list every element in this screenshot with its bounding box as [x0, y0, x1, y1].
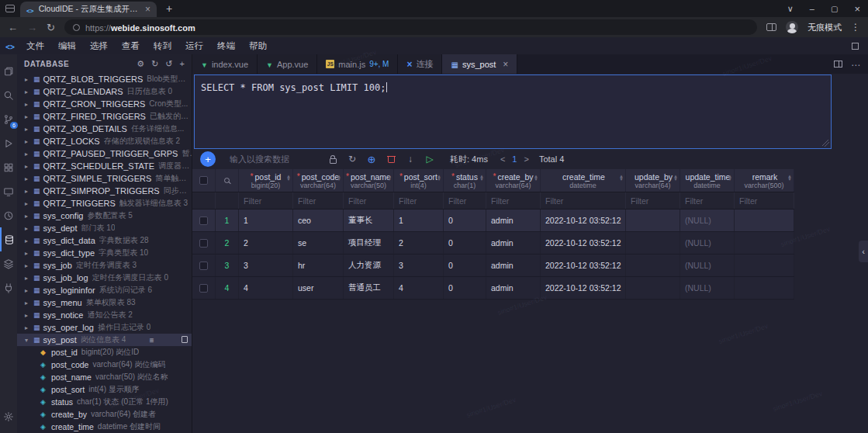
- open-table-icon[interactable]: [182, 336, 192, 345]
- maximize-button[interactable]: [831, 4, 838, 13]
- column-header[interactable]: * post_sort int(4): [394, 169, 444, 192]
- sort-icon[interactable]: [337, 175, 341, 181]
- table-row[interactable]: 2 2 se 项目经理 2 0 admin 2022-10-12 03:52:1…: [192, 232, 794, 255]
- tab-sys-post[interactable]: sys_post: [442, 54, 517, 74]
- sort-icon[interactable]: [619, 175, 624, 181]
- sort-icon[interactable]: [479, 175, 484, 181]
- table-row[interactable]: 3 3 hr 人力资源 3 0 admin 2022-10-12 03:52:1…: [192, 255, 794, 277]
- sidebar-table-item[interactable]: QRTZ_FIRED_TRIGGERS 已触发的触...: [17, 110, 192, 123]
- tab-app-vue[interactable]: App.vue: [258, 54, 317, 74]
- search-data-input[interactable]: 输入以搜索数据: [230, 154, 316, 165]
- filter-input[interactable]: Filter: [348, 196, 366, 206]
- add-row-fab-button[interactable]: [200, 151, 216, 167]
- sort-icon[interactable]: [387, 175, 392, 181]
- sidebar-table-item[interactable]: QRTZ_PAUSED_TRIGGER_GRPS 暂...: [17, 147, 192, 160]
- column-header[interactable]: update_by varchar(64): [626, 169, 680, 192]
- filter-input[interactable]: Filter: [491, 196, 509, 206]
- browser-menu-icon[interactable]: [851, 22, 860, 33]
- download-icon[interactable]: [405, 153, 416, 165]
- filter-input[interactable]: Filter: [545, 196, 563, 206]
- sort-icon[interactable]: [286, 175, 291, 181]
- search-column-icon[interactable]: [224, 178, 230, 183]
- sql-editor[interactable]: SELECT * FROM sys_post LIMIT 100;: [194, 74, 832, 149]
- filter-input[interactable]: Filter: [739, 196, 757, 206]
- select-all-checkbox[interactable]: [199, 176, 208, 185]
- db-settings-icon[interactable]: [137, 60, 144, 68]
- sidebar-table-item[interactable]: sys_oper_log 操作日志记录 0: [17, 321, 192, 334]
- filter-input[interactable]: Filter: [448, 196, 466, 206]
- history-icon[interactable]: [0, 203, 17, 227]
- sort-icon[interactable]: [534, 175, 538, 181]
- sidebar-table-item[interactable]: sys_notice 通知公告表 2: [17, 309, 192, 321]
- sidebar-table-item[interactable]: QRTZ_LOCKS 存储的悲观锁信息表 2: [17, 135, 192, 147]
- sidebar-table-item[interactable]: sys_logininfor 系统访问记录 6: [17, 284, 192, 296]
- field-item[interactable]: post_name varchar(50) 岗位名称: [17, 371, 192, 383]
- row-checkbox[interactable]: [199, 239, 208, 248]
- new-tab-button[interactable]: [166, 2, 172, 15]
- column-header[interactable]: update_time datetime: [680, 169, 735, 192]
- field-item[interactable]: post_id bigint(20) 岗位ID: [17, 346, 192, 359]
- split-screen-icon[interactable]: [766, 23, 776, 31]
- sidebar-table-item[interactable]: sys_dict_data 字典数据表 28: [17, 234, 192, 247]
- table-row[interactable]: 4 4 user 普通员工 4 0 admin 2022-10-12 03:52…: [192, 277, 794, 300]
- reload-button[interactable]: [47, 23, 55, 33]
- sidebar-table-item[interactable]: QRTZ_TRIGGERS 触发器详细信息表 3: [17, 197, 192, 210]
- sidebar-table-item[interactable]: sys_menu 菜单权限表 83: [17, 296, 192, 309]
- table-menu-icon[interactable]: [150, 336, 158, 345]
- delete-record-icon[interactable]: [386, 153, 396, 165]
- plugin-icon[interactable]: [0, 275, 17, 300]
- lock-icon[interactable]: [327, 153, 338, 165]
- settings-gear-icon[interactable]: [0, 404, 17, 428]
- tab-close-icon[interactable]: [145, 5, 150, 14]
- table-row[interactable]: 1 1 ceo 董事长 1 0 admin 2022-10-12 03:52:1…: [192, 210, 794, 232]
- sort-icon[interactable]: [673, 175, 678, 181]
- row-checkbox[interactable]: [199, 262, 208, 270]
- tab-index-vue[interactable]: index.vue: [192, 54, 258, 74]
- add-connection-icon[interactable]: [180, 60, 185, 68]
- sidebar-table-item[interactable]: QRTZ_CALENDARS 日历信息表 0: [17, 85, 192, 98]
- layers-icon[interactable]: [0, 251, 17, 275]
- filter-input[interactable]: Filter: [685, 196, 703, 206]
- resize-handle-icon[interactable]: [822, 140, 829, 147]
- menu-item[interactable]: 查看: [115, 40, 147, 52]
- row-checkbox[interactable]: [199, 216, 208, 225]
- sort-icon[interactable]: [437, 175, 441, 181]
- db-history-icon[interactable]: [165, 60, 172, 68]
- workspaces-icon[interactable]: [5, 5, 15, 12]
- run-query-icon[interactable]: [424, 153, 435, 165]
- sort-icon[interactable]: [728, 175, 732, 181]
- prev-page-button[interactable]: <: [500, 154, 505, 164]
- column-header[interactable]: * status char(1): [444, 169, 486, 192]
- field-item[interactable]: post_code varchar(64) 岗位编码: [17, 359, 192, 371]
- profile-avatar[interactable]: [786, 21, 798, 33]
- filter-input[interactable]: Filter: [244, 196, 261, 206]
- menu-item[interactable]: 编辑: [51, 40, 83, 52]
- sidebar-table-item[interactable]: QRTZ_CRON_TRIGGERS Cron类型...: [17, 98, 192, 110]
- tab-main-js[interactable]: main.js 9+, M: [317, 54, 398, 74]
- sidebar-table-item[interactable]: QRTZ_SCHEDULER_STATE 调度器状...: [17, 160, 192, 172]
- close-tab-icon[interactable]: [503, 59, 508, 70]
- sort-icon[interactable]: [787, 175, 792, 181]
- tab-connection[interactable]: 连接: [398, 54, 442, 74]
- filter-input[interactable]: Filter: [298, 196, 316, 206]
- menu-item[interactable]: 运行: [178, 40, 210, 52]
- field-item[interactable]: create_time datetime 创建时间: [17, 421, 192, 433]
- sidebar-table-item[interactable]: sys_job 定时任务调度表 3: [17, 259, 192, 272]
- minimize-button[interactable]: [810, 4, 814, 13]
- sidebar-table-item[interactable]: sys_config 参数配置表 5: [17, 210, 192, 222]
- browser-tab[interactable]: CloudIDE - 云原生集成开发环境: [20, 2, 157, 17]
- column-header[interactable]: remark varchar(500): [735, 169, 794, 192]
- site-info-icon[interactable]: [73, 24, 80, 31]
- sidebar-table-item[interactable]: QRTZ_SIMPLE_TRIGGERS 简单触发...: [17, 172, 192, 185]
- field-item[interactable]: status char(1) 状态 (0正常 1停用): [17, 396, 192, 408]
- forward-button[interactable]: [27, 23, 37, 33]
- sidebar-table-item[interactable]: sys_dict_type 字典类型表 10: [17, 247, 192, 259]
- menu-item[interactable]: 文件: [19, 40, 51, 52]
- row-checkbox[interactable]: [199, 284, 208, 293]
- sidebar-table-item[interactable]: sys_dept 部门表 10: [17, 222, 192, 234]
- database-icon[interactable]: [0, 227, 17, 251]
- column-header[interactable]: create_time datetime: [541, 169, 626, 192]
- back-button[interactable]: [8, 23, 18, 33]
- extensions-icon[interactable]: [0, 155, 17, 179]
- menu-item[interactable]: 转到: [147, 40, 178, 52]
